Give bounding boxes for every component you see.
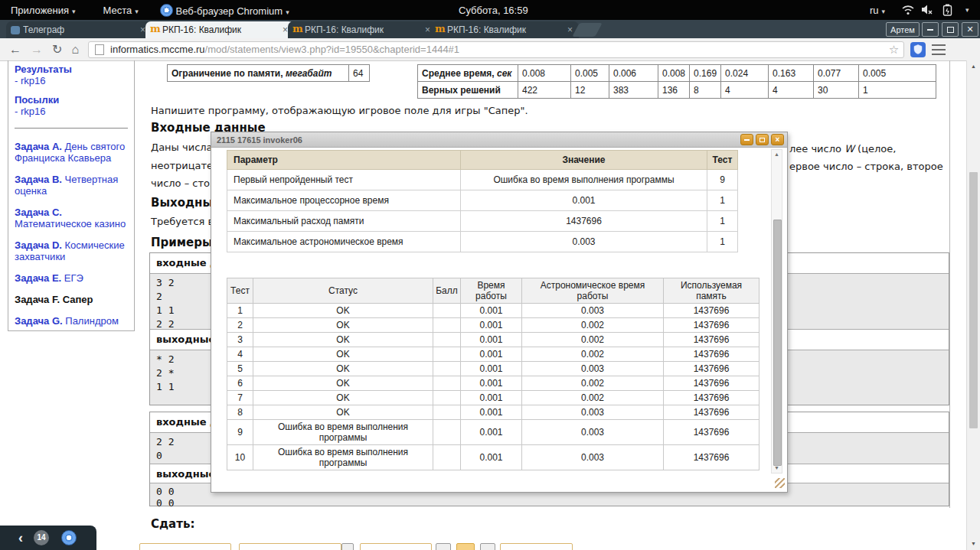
table-cell: 1437696 — [664, 362, 760, 376]
stat-value: 0.169 — [690, 65, 721, 82]
sidebar-link-submissions[interactable]: Посылки — [15, 94, 128, 106]
stats-row1-label: Среднее время, сек — [418, 65, 518, 82]
scrollbar-thumb[interactable] — [969, 172, 978, 428]
table-row: 6OK0.0010.0021437696 — [227, 376, 760, 391]
shield-extension-button[interactable] — [910, 42, 926, 57]
dialog-resize-grip[interactable] — [775, 478, 785, 488]
window-restore-button[interactable] — [942, 22, 959, 37]
scroll-up-icon[interactable]: ▲ — [967, 63, 980, 70]
column-header: Балл — [433, 278, 461, 304]
sidebar-item-task-g[interactable]: Задача G. Палиндром — [15, 315, 128, 327]
keyboard-layout-indicator[interactable]: ru▾ — [870, 5, 885, 16]
minimize-icon — [744, 139, 750, 141]
table-row: Максимальный расход памяти14376961 — [227, 211, 738, 232]
table-row: 5OK0.0010.0031437696 — [227, 362, 760, 376]
tab-rkp16-active[interactable]: m РКП-16: Квалифик × — [145, 21, 294, 38]
submit-form-control[interactable] — [360, 543, 432, 550]
table-cell: 1437696 — [664, 445, 760, 470]
chevron-down-icon: ▾ — [882, 8, 886, 15]
table-cell: Первый непройденный тест — [227, 170, 461, 190]
tab-telegraph[interactable]: Телеграф × — [6, 21, 152, 38]
table-cell: 0.002 — [522, 347, 664, 362]
window-minimize-button[interactable] — [922, 22, 939, 37]
sidebar-link-results[interactable]: Результаты — [15, 63, 128, 75]
stat-value: 4 — [769, 82, 814, 99]
dialog-scrollbar[interactable]: ▲ ▼ — [771, 149, 782, 474]
screen: Приложения▾ Места▾ Веб-браузер Chromium▾… — [0, 0, 980, 550]
memory-limit-label: Ограничение по памяти, мегабайт — [168, 65, 349, 82]
table-row: Первый непройденный тестОшибка во время … — [227, 170, 738, 190]
submit-form-control[interactable] — [500, 543, 573, 550]
telegram-unread-badge[interactable]: 14 — [34, 530, 49, 545]
close-icon: × — [776, 136, 780, 144]
submit-form-control[interactable] — [341, 543, 354, 550]
system-menu-caret[interactable]: ▾ — [965, 6, 969, 14]
stat-value: 422 — [518, 82, 571, 99]
submit-form-control[interactable] — [436, 543, 451, 550]
dialog-minimize-button[interactable] — [740, 134, 753, 145]
submit-heading: Сдать: — [151, 517, 194, 531]
scroll-up-icon[interactable]: ▲ — [772, 151, 782, 158]
sidebar-item-task-e[interactable]: Задача E. ЕГЭ — [15, 272, 128, 284]
volume-muted-icon[interactable] — [921, 4, 933, 18]
address-bar[interactable]: informatics.mccme.ru /mod/statements/vie… — [88, 41, 904, 58]
stat-value: 136 — [658, 82, 690, 99]
statement-line: неотрицате. — [151, 160, 216, 171]
tab-rkp16-2[interactable]: m РКП-16: Квалифик × — [288, 21, 436, 38]
submit-form-control[interactable] — [456, 543, 475, 550]
chromium-icon[interactable] — [61, 530, 77, 545]
table-cell: Ошибка во время выполнения программы — [253, 445, 433, 470]
user-session-button[interactable]: Артем — [886, 22, 920, 37]
sidebar-item-task-b[interactable]: Задача B. Четвертная оценка — [15, 174, 128, 197]
scrollbar-thumb[interactable] — [773, 220, 782, 466]
tab-rkp16-3[interactable]: m РКП-16: Квалифик × — [430, 21, 579, 38]
browser-menu-button[interactable] — [932, 44, 946, 55]
submit-form-control[interactable] — [239, 543, 341, 550]
sidebar-link-rkp16[interactable]: - rkp16 — [15, 106, 128, 117]
table-row: 3OK0.0010.0021437696 — [227, 333, 760, 347]
problem-intro: Напишите программу, отображающую игровое… — [151, 105, 528, 116]
places-menu[interactable]: Места▾ — [103, 5, 139, 16]
page-scrollbar[interactable]: ▲ ▼ — [966, 60, 980, 550]
dialog-maximize-button[interactable] — [756, 134, 769, 145]
restore-icon — [947, 27, 954, 33]
sidebar-link-rkp16[interactable]: - rkp16 — [15, 75, 128, 86]
battery-icon[interactable] — [942, 4, 952, 18]
back-button[interactable]: ← — [9, 43, 21, 57]
table-cell: 2 — [227, 318, 253, 333]
table-cell: 5 — [227, 362, 253, 376]
table-cell — [433, 304, 461, 318]
browser-menu[interactable]: Веб-браузер Chromium▾ — [160, 4, 289, 17]
table-cell — [433, 347, 461, 362]
bookmark-star-icon[interactable]: ☆ — [889, 43, 899, 57]
forward-button[interactable]: → — [31, 43, 43, 57]
scroll-down-icon[interactable]: ▼ — [772, 464, 782, 472]
minimize-icon — [927, 29, 933, 31]
sidebar-item-task-c[interactable]: Задача C. Математическое казино — [15, 207, 128, 229]
chevron-left-icon[interactable]: ‹ — [18, 530, 23, 546]
sidebar-item-task-a[interactable]: Задача A. День святого Франциска Ксавьер… — [15, 141, 128, 164]
submit-form-control[interactable] — [480, 543, 495, 550]
table-cell: 0.001 — [461, 318, 522, 333]
sidebar-item-task-d[interactable]: Задача D. Космические захватчики — [15, 239, 128, 262]
window-close-button[interactable]: ✕ — [962, 22, 978, 37]
table-cell: 0.001 — [461, 376, 522, 391]
table-cell: 0.002 — [522, 318, 664, 333]
wifi-icon[interactable] — [902, 5, 914, 18]
table-row: 8OK0.0010.0031437696 — [227, 405, 760, 420]
chromium-icon — [160, 4, 173, 17]
reload-button[interactable]: ↻ — [52, 42, 62, 57]
home-button[interactable]: ⌂ — [71, 43, 79, 57]
dialog-title-bar[interactable]: 2115 17615 invoker06 × — [211, 132, 787, 148]
table-cell: 0.001 — [461, 362, 522, 376]
applications-menu[interactable]: Приложения▾ — [11, 5, 76, 16]
table-row: 1OK0.0010.0031437696 — [227, 304, 760, 318]
table-row: Верных решений 422 12 383 136 8 4 4 30 1 — [418, 82, 936, 99]
clock[interactable]: Суббота, 16:59 — [459, 5, 528, 16]
chevron-down-icon: ▾ — [135, 8, 139, 15]
table-cell: Ошибка во время выполнения программы — [461, 170, 707, 190]
dialog-close-button[interactable]: × — [771, 134, 784, 145]
scroll-down-icon[interactable]: ▼ — [967, 540, 980, 548]
table-cell: 3 — [227, 333, 253, 347]
submit-form-control[interactable] — [139, 543, 231, 550]
